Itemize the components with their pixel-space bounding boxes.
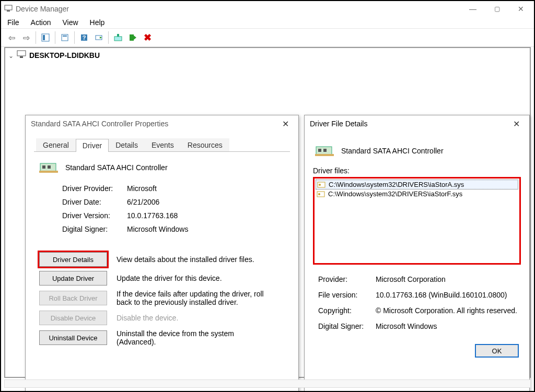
file-icon bbox=[317, 181, 325, 188]
svg-rect-22 bbox=[323, 149, 327, 152]
update-driver-button[interactable]: Update Driver bbox=[39, 271, 107, 286]
svg-point-27 bbox=[318, 193, 320, 195]
svg-rect-1 bbox=[7, 10, 10, 11]
show-hide-tree-icon[interactable] bbox=[38, 31, 53, 44]
menu-action[interactable]: Action bbox=[31, 18, 51, 27]
file-info-grid: Provider:Microsoft Corporation File vers… bbox=[318, 275, 521, 330]
list-item[interactable]: C:\Windows\system32\DRIVERS\iaStorA.sys bbox=[316, 180, 518, 189]
toolbar-separator bbox=[55, 31, 55, 44]
hardware-card-icon bbox=[39, 160, 58, 175]
update-driver-icon[interactable] bbox=[111, 31, 125, 44]
copyright-label: Copyright: bbox=[318, 306, 376, 315]
chevron-down-icon bbox=[8, 51, 17, 60]
properties-tabs: General Driver Details Events Resources bbox=[34, 138, 290, 152]
driver-file-path: C:\Windows\system32\DRIVERS\iaStorA.sys bbox=[329, 181, 464, 188]
app-title: Device Manager bbox=[16, 5, 461, 13]
details-dialog-title-bar: Driver File Details bbox=[305, 115, 529, 132]
driver-provider-value: Microsoft bbox=[127, 184, 157, 193]
driver-version-value: 10.0.17763.168 bbox=[127, 211, 178, 220]
tab-details[interactable]: Details bbox=[109, 138, 145, 151]
svg-rect-0 bbox=[5, 5, 12, 10]
toolbar-separator bbox=[108, 31, 109, 44]
app-title-bar: Device Manager bbox=[1, 1, 534, 17]
driver-version-label: Driver Version: bbox=[62, 211, 127, 220]
driver-file-path: C:\Windows\system32\DRIVERS\iaStorF.sys bbox=[328, 190, 462, 198]
properties-dialog-title-bar: Standard SATA AHCI Controller Properties bbox=[26, 115, 298, 132]
uninstall-device-desc: Uninstall the device from the system (Ad… bbox=[117, 329, 273, 346]
ok-button[interactable]: OK bbox=[475, 344, 519, 358]
svg-rect-18 bbox=[48, 165, 51, 169]
svg-rect-4 bbox=[62, 34, 68, 41]
tab-driver[interactable]: Driver bbox=[76, 139, 109, 152]
properties-device-name: Standard SATA AHCI Controller bbox=[65, 163, 168, 172]
properties-dialog-title: Standard SATA AHCI Controller Properties bbox=[31, 120, 168, 128]
tab-general[interactable]: General bbox=[36, 138, 76, 151]
svg-rect-12 bbox=[130, 34, 134, 41]
svg-rect-10 bbox=[114, 37, 122, 41]
help-icon[interactable]: ? bbox=[77, 31, 91, 44]
driver-files-label: Driver files: bbox=[313, 167, 521, 175]
driver-date-value: 6/21/2006 bbox=[127, 198, 159, 206]
driver-date-label: Driver Date: bbox=[62, 198, 127, 206]
close-icon[interactable] bbox=[277, 116, 293, 132]
menu-file[interactable]: File bbox=[7, 18, 19, 27]
driver-details-button[interactable]: Driver Details bbox=[39, 252, 107, 267]
menu-view[interactable]: View bbox=[62, 18, 78, 27]
driver-file-details-dialog: Driver File Details Standard SATA AHCI C… bbox=[304, 115, 530, 392]
svg-rect-23 bbox=[315, 154, 334, 156]
tab-resources[interactable]: Resources bbox=[181, 138, 229, 151]
digital-signer-label: Digital Signer: bbox=[62, 225, 127, 233]
file-icon bbox=[317, 191, 325, 198]
svg-rect-17 bbox=[42, 165, 45, 169]
status-bar bbox=[4, 379, 531, 388]
svg-rect-5 bbox=[63, 35, 67, 37]
tree-root-row[interactable]: DESKTOP-LDIDKBU bbox=[5, 48, 530, 62]
svg-rect-11 bbox=[117, 34, 119, 37]
toolbar-separator bbox=[36, 31, 36, 44]
close-button[interactable] bbox=[509, 1, 533, 17]
details-signer-label: Digital Signer: bbox=[318, 322, 376, 330]
driver-provider-label: Driver Provider: bbox=[62, 184, 127, 193]
disable-device-button: Disable Device bbox=[39, 311, 107, 325]
properties-icon[interactable] bbox=[57, 31, 72, 44]
tab-events[interactable]: Events bbox=[145, 138, 181, 151]
driver-details-desc: View details about the installed driver … bbox=[117, 255, 254, 264]
svg-rect-14 bbox=[17, 51, 26, 56]
provider-label: Provider: bbox=[318, 275, 376, 283]
digital-signer-value: Microsoft Windows bbox=[127, 225, 188, 233]
uninstall-device-button[interactable]: Uninstall Device bbox=[39, 330, 107, 345]
toolbar-separator bbox=[74, 31, 75, 44]
file-version-value: 10.0.17763.168 (WinBuild.160101.0800) bbox=[376, 291, 507, 299]
roll-back-driver-button: Roll Back Driver bbox=[39, 291, 107, 305]
svg-point-25 bbox=[319, 184, 321, 186]
svg-rect-3 bbox=[43, 35, 45, 40]
menu-help[interactable]: Help bbox=[90, 18, 105, 27]
close-icon[interactable] bbox=[508, 116, 524, 132]
menu-bar: File Action View Help bbox=[1, 17, 534, 28]
roll-back-driver-desc: If the device fails after updating the d… bbox=[117, 290, 273, 306]
tree-root-label: DESKTOP-LDIDKBU bbox=[29, 51, 100, 60]
hardware-card-icon bbox=[315, 144, 334, 158]
computer-icon bbox=[17, 50, 26, 60]
forward-arrow-icon[interactable] bbox=[19, 31, 33, 44]
minimize-button[interactable] bbox=[461, 1, 485, 17]
scan-hardware-icon[interactable] bbox=[91, 31, 106, 44]
details-signer-value: Microsoft Windows bbox=[376, 322, 437, 330]
device-tree-panel: DESKTOP-LDIDKBU Standard SATA AHCI Contr… bbox=[4, 47, 531, 378]
driver-info-grid: Driver Provider:Microsoft Driver Date:6/… bbox=[62, 184, 290, 233]
properties-dialog: Standard SATA AHCI Controller Properties… bbox=[25, 115, 299, 392]
driver-files-list[interactable]: C:\Windows\system32\DRIVERS\iaStorA.sys … bbox=[313, 177, 521, 265]
toolbar: ? bbox=[1, 28, 534, 47]
provider-value: Microsoft Corporation bbox=[376, 275, 446, 283]
copyright-value: © Microsoft Corporation. All rights rese… bbox=[376, 306, 517, 315]
disable-device-icon[interactable] bbox=[140, 31, 155, 44]
maximize-button[interactable] bbox=[485, 1, 509, 17]
svg-rect-19 bbox=[39, 171, 58, 173]
uninstall-device-icon[interactable] bbox=[125, 31, 140, 44]
back-arrow-icon[interactable] bbox=[4, 31, 19, 44]
computer-icon bbox=[4, 4, 13, 14]
svg-rect-15 bbox=[20, 56, 23, 58]
update-driver-desc: Update the driver for this device. bbox=[117, 274, 222, 282]
details-device-name: Standard SATA AHCI Controller bbox=[341, 147, 444, 155]
list-item[interactable]: C:\Windows\system32\DRIVERS\iaStorF.sys bbox=[316, 189, 518, 198]
